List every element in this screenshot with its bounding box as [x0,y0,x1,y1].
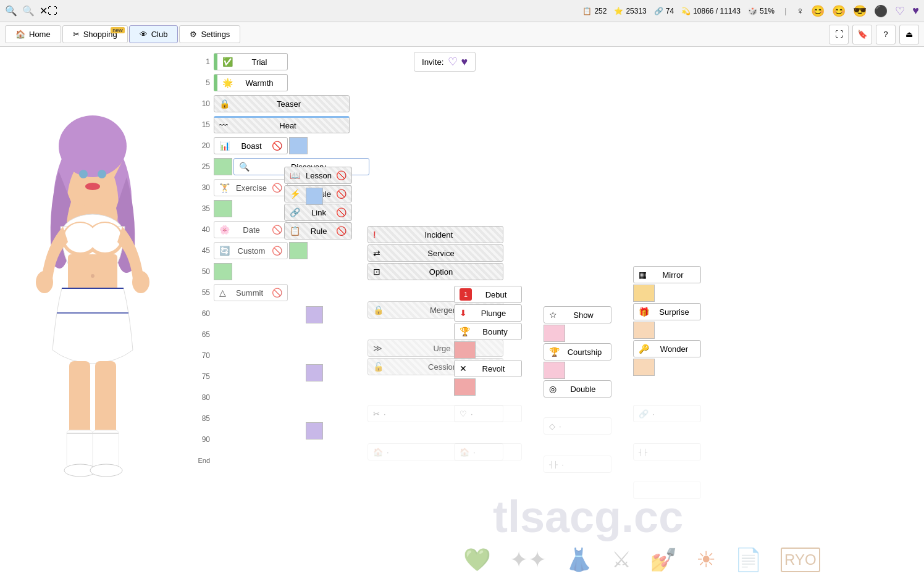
seg-blue-20 [289,137,308,154]
wonder-card[interactable]: 🔑 Wonder [633,340,701,357]
search-icon[interactable]: 🔍 [22,5,35,17]
exercise-card[interactable]: 🏋 Exercise 🚫 [214,179,288,196]
row-num-25: 25 [191,162,214,171]
purple-segs [306,306,323,439]
bottom-icons-row: 💚 ✦✦ 👗 ⚔ 💅 ☀ 📄 RYO [463,547,820,573]
refresh-icon: 🔄 [219,246,230,256]
shopping-button[interactable]: ✂ Shopping new [62,25,128,43]
courtship-card[interactable]: 🏆 Courtship [544,343,611,360]
clipboard-icon: 📋 [582,7,592,15]
triangle-icon: △ [219,288,226,298]
lock-icon: 🔒 [219,99,230,109]
seg-pink-col5 [544,325,565,342]
book-icon: 📖 [290,170,300,180]
no-symbol-exercise: 🚫 [272,183,282,193]
bookmark-button[interactable]: 🔖 [852,25,872,44]
exit-button[interactable]: ⏏ [899,25,919,44]
wave-icon: 〰 [219,120,228,130]
window-controls[interactable]: 🔍 🔍 ✕⛶ [5,5,57,17]
seg-b1 [306,188,323,205]
lesson-card[interactable]: 📖 Lesson 🚫 [284,167,352,184]
row-num-1: 1 [191,57,214,66]
home-button[interactable]: 🏠 Home [5,25,61,43]
nav-right-icons: ⛶ 🔖 ? ⏏ [829,25,919,44]
svg-point-11 [89,223,121,252]
stat-252: 📋 252 [582,7,607,15]
emoji3-icon: 😎 [853,4,867,18]
link-card[interactable]: 🔗 Link 🚫 [284,204,352,221]
expand-icon[interactable]: ✕⛶ [40,5,57,17]
divider: | [784,6,786,15]
character-panel [0,47,185,579]
debut-card[interactable]: 1 Debut [454,286,522,303]
no-symbol-link: 🚫 [336,207,346,217]
exclaim-icon: ! [373,230,376,240]
service-card[interactable]: ⇄ Service [368,244,503,262]
teaser-card[interactable]: 🔒 Teaser [214,95,350,112]
seg-p2 [306,364,323,381]
row-1: 1 ✅ Trial Invite: ♡ ♥ [191,52,918,72]
row-50: 50 [191,262,918,281]
seg-p3 [306,422,323,439]
row-num-10: 10 [191,99,214,108]
help-button[interactable]: ? [876,25,896,44]
revolt-icon: ✕ [460,364,467,373]
row-55: 55 △ Summit 🚫 [191,283,918,302]
custom-card[interactable]: 🔄 Custom 🚫 [214,242,288,259]
settings-button[interactable]: ⚙ Settings [179,25,240,43]
invite-heart-filled: ♥ [461,56,468,69]
fullscreen-button[interactable]: ⛶ [829,25,849,44]
invite-button[interactable]: Invite: ♡ ♥ [414,52,476,72]
seg-green-35 [214,200,232,217]
row-20: 20 📊 Boast 🚫 [191,136,918,156]
col6-cards: ▦ Mirror 🎁 Surprise 🔑 Wonder [633,266,701,376]
faded-col4-bottom: ♡ · 🏠 · [454,405,522,460]
no-symbol-lesson: 🚫 [336,170,346,180]
zoom-out-icon[interactable]: 🔍 [5,5,17,17]
row-num-15: 15 [191,120,214,129]
stat-74: 🔗 74 [654,7,674,15]
character-display [12,78,173,548]
seg-peach-col6 [633,322,655,339]
invite-heart-empty: ♡ [448,55,458,69]
boast-card[interactable]: 📊 Boast 🚫 [214,137,288,154]
flower-icon: 🌸 [219,225,230,235]
club-button[interactable]: 👁 Club [129,25,178,43]
seg-green-50 [214,263,232,280]
plunge-card[interactable]: ⬇ Plunge [454,304,522,322]
show-icon: ☆ [549,310,557,320]
option-card[interactable]: ⊡ Option [368,263,503,280]
heat-card[interactable]: 〰 Heat [214,116,350,133]
incident-card[interactable]: ! Incident [368,226,503,243]
seg-p1 [306,306,323,323]
stat-25313: ⭐ 25313 [614,7,646,15]
discovery-icon: 🔍 [239,162,250,172]
surprise-card[interactable]: 🎁 Surprise [633,303,701,320]
invite-area: Invite: ♡ ♥ [414,52,476,72]
plunge-icon: ⬇ [460,308,467,318]
rule-card[interactable]: 📋 Rule 🚫 [284,222,352,240]
date-card[interactable]: 🌸 Date 🚫 [214,221,288,238]
mirror-card[interactable]: ▦ Mirror [633,266,701,283]
merger-icon: 🔒 [373,305,384,315]
row-num-35: 35 [191,204,214,213]
row-num-40: 40 [191,225,214,234]
wonder-icon: 🔑 [639,344,649,354]
new-badge: new [111,27,125,33]
row-num-55: 55 [191,288,214,297]
link-icon2: 🔗 [290,207,300,217]
summit-card[interactable]: △ Summit 🚫 [214,284,288,301]
seg-green-25 [214,158,232,175]
col5-cards: ☆ Show 🏆 Courtship ◎ Double [544,306,611,398]
svg-rect-19 [93,430,119,467]
revolt-card[interactable]: ✕ Revolt [454,360,522,377]
show-card[interactable]: ☆ Show [544,306,611,323]
double-icon: ◎ [549,384,556,394]
warmth-card[interactable]: 🌟 Warmth [214,74,288,91]
sword-icon: ⚔ [611,547,631,573]
double-card[interactable]: ◎ Double [544,380,611,398]
trial-card[interactable]: ✅ Trial [214,53,288,70]
bounty-card[interactable]: 🏆 Bounty [454,323,522,340]
ryo-icon: RYO [781,548,820,572]
game-board: 1 ✅ Trial Invite: ♡ ♥ 5 [185,47,924,579]
